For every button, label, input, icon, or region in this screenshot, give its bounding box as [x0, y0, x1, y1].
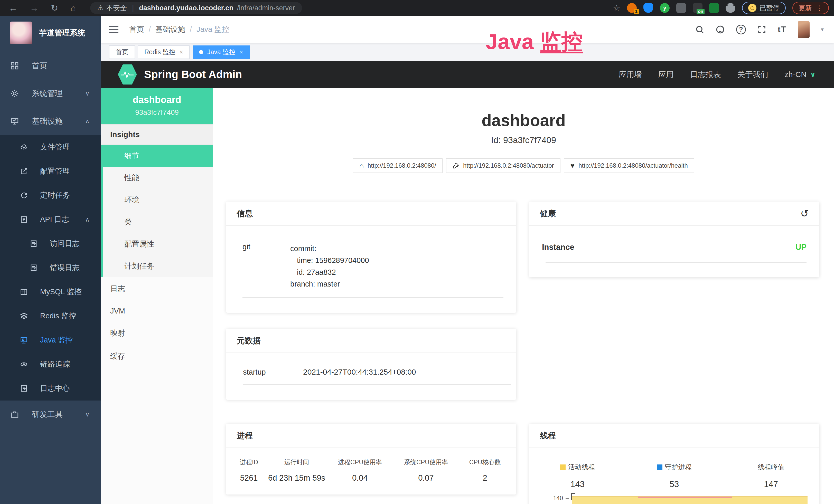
extension-icon-green-y[interactable]: y: [660, 3, 670, 13]
log-icon: [30, 240, 38, 248]
app-logo-row: 芋道管理系统: [0, 16, 101, 49]
bookmark-star-icon[interactable]: ☆: [613, 3, 620, 13]
sidebar-item-accesslog[interactable]: 访问日志: [0, 232, 101, 256]
tab-label: 首页: [115, 48, 128, 56]
health-status-badge: UP: [795, 243, 807, 252]
url-path[interactable]: /infra/admin-server: [237, 4, 295, 12]
health-instance-label[interactable]: Instance: [542, 243, 574, 252]
sidebar-item-apilog[interactable]: API 日志 ∧: [0, 207, 101, 232]
instance-item-mappings[interactable]: 映射: [101, 322, 213, 345]
sidebar-item-logcenter[interactable]: 日志中心: [0, 376, 101, 400]
insights-item-details[interactable]: 细节: [103, 145, 213, 167]
tab-home[interactable]: 首页: [109, 45, 135, 59]
sba-nav-applications[interactable]: 应用: [658, 69, 674, 80]
sba-language-select[interactable]: zh-CN ∨: [785, 70, 815, 79]
puzzle-extension-icon[interactable]: [726, 3, 736, 13]
sidebar-item-devtool[interactable]: 研发工具 ∨: [0, 400, 101, 428]
extension-on-badge: on: [697, 9, 705, 15]
service-url-chip[interactable]: ⌂ http://192.168.0.2:48080/: [353, 158, 443, 173]
gear-icon: [10, 89, 19, 98]
sidebar-item-job[interactable]: 定时任务: [0, 183, 101, 207]
topbar: 首页 / 基础设施 / Java 监控 ? tT ▾ Java 监控: [101, 16, 834, 43]
browser-back-icon[interactable]: ←: [9, 3, 18, 13]
sidebar-item-system[interactable]: 系统管理 ∨: [0, 79, 101, 107]
browser-menu-dots-icon[interactable]: ⋮: [816, 4, 823, 12]
address-bar[interactable]: ⚠ 不安全 | dashboard.yudao.iocoder.cn /infr…: [90, 2, 302, 14]
breadcrumb-home[interactable]: 首页: [129, 24, 144, 35]
instance-id: 93a3fc7f7409: [104, 108, 211, 117]
tab-label: Redis 监控: [144, 48, 175, 56]
url-domain[interactable]: dashboard.yudao.iocoder.cn: [139, 4, 234, 12]
instance-item-jvm[interactable]: JVM: [101, 300, 213, 322]
sidebar-item-home[interactable]: 首页: [0, 52, 101, 79]
security-label[interactable]: 不安全: [106, 3, 127, 13]
insights-item-metrics[interactable]: 性能: [103, 167, 213, 189]
wrench-icon: [453, 162, 459, 169]
instance-item-caches[interactable]: 缓存: [101, 345, 213, 368]
tab-redis[interactable]: Redis 监控 ×: [138, 45, 190, 59]
instance-sidebar: dashboard 93a3fc7f7409 Insights 细节 性能 环境…: [101, 88, 213, 504]
browser-forward-icon[interactable]: →: [30, 3, 39, 13]
instance-item-logs[interactable]: 日志: [101, 277, 213, 300]
health-url-chip[interactable]: ♥ http://192.168.0.2:48080/actuator/heal…: [564, 158, 694, 173]
avatar-caret-icon[interactable]: ▾: [821, 26, 824, 33]
extension-icon-grid[interactable]: [676, 3, 686, 13]
browser-reload-icon[interactable]: ↻: [51, 3, 58, 13]
insecure-warning-icon[interactable]: ⚠: [97, 4, 104, 12]
row-divider: [546, 262, 807, 263]
sba-nav-journal[interactable]: 日志报表: [690, 69, 721, 80]
actuator-url-chip[interactable]: http://192.168.0.2:48080/actuator: [446, 158, 561, 173]
y-tick-120: 120: [541, 503, 563, 504]
tab-java[interactable]: Java 监控 ×: [193, 45, 250, 59]
sidebar-item-file[interactable]: 文件管理: [0, 135, 101, 159]
sidebar-item-label: 首页: [32, 61, 47, 71]
extension-icon-list[interactable]: on: [693, 3, 702, 13]
log-icon: [20, 216, 28, 223]
font-size-icon[interactable]: tT: [778, 25, 787, 34]
paused-profile-pill[interactable]: ☺ 已暂停: [742, 2, 786, 14]
extension-icon-orange[interactable]: 1: [627, 3, 637, 13]
browser-update-button[interactable]: 更新 ⋮: [792, 2, 829, 14]
avatar[interactable]: [798, 21, 810, 38]
sidebar-item-mysql[interactable]: MySQL 监控: [0, 280, 101, 304]
daemon-threads-swatch: [657, 464, 662, 470]
metadata-card-title: 元数据: [226, 329, 516, 353]
help-icon[interactable]: ?: [736, 25, 746, 35]
sidebar-item-errorlog[interactable]: 错误日志: [0, 256, 101, 280]
fullscreen-icon[interactable]: [757, 25, 766, 34]
sidebar-item-label: Java 监控: [40, 335, 73, 345]
briefcase-icon: [10, 410, 19, 419]
sidebar-item-label: Redis 监控: [40, 311, 76, 321]
sidebar-collapse-icon[interactable]: [109, 26, 118, 33]
sba-nav-wallboard[interactable]: 应用墙: [619, 69, 642, 80]
insights-item-configprops[interactable]: 配置属性: [103, 233, 213, 255]
sidebar-item-infra[interactable]: 基础设施 ∧: [0, 107, 101, 135]
browser-home-icon[interactable]: ⌂: [71, 3, 76, 13]
insights-item-classes[interactable]: 类: [103, 211, 213, 233]
sidebar-item-label: 日志中心: [40, 383, 70, 394]
dashboard-icon: [10, 61, 19, 70]
row-divider: [242, 297, 503, 298]
insights-item-environment[interactable]: 环境: [103, 189, 213, 211]
heartbeat-icon: ♥: [570, 161, 575, 170]
insights-item-scheduled[interactable]: 计划任务: [103, 255, 213, 277]
extension-icon-person[interactable]: [709, 3, 719, 13]
close-icon[interactable]: ×: [240, 48, 243, 56]
breadcrumb-infra[interactable]: 基础设施: [155, 24, 185, 35]
search-icon[interactable]: [695, 25, 704, 34]
sidebar-item-trace[interactable]: 链路追踪: [0, 352, 101, 376]
sidebar-item-java[interactable]: Java 监控: [0, 328, 101, 352]
sidebar-item-config[interactable]: 配置管理: [0, 159, 101, 183]
sba-nav-about[interactable]: 关于我们: [738, 69, 768, 80]
sidebar-item-label: MySQL 监控: [40, 287, 82, 297]
close-icon[interactable]: ×: [179, 48, 183, 56]
history-icon[interactable]: ↺: [800, 208, 809, 219]
extension-icon-pin[interactable]: [643, 3, 653, 13]
service-url: http://192.168.0.2:48080/: [368, 162, 436, 169]
instance-header[interactable]: dashboard 93a3fc7f7409: [101, 88, 213, 124]
live-threads-swatch: [560, 464, 566, 470]
home-icon: ⌂: [359, 161, 364, 170]
peak-line: [638, 497, 732, 498]
github-icon[interactable]: [716, 25, 725, 34]
sidebar-item-redis[interactable]: Redis 监控: [0, 304, 101, 328]
